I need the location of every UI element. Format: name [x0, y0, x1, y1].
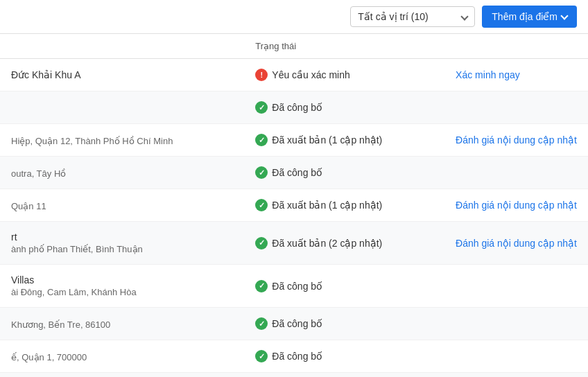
location-address: ài Đông, Cam Lâm, Khánh Hòa	[11, 287, 233, 297]
check-icon	[255, 101, 268, 114]
table-row: Quận 11Đã xuất bản (1 cập nhật)Đánh giá …	[0, 189, 588, 222]
status-text: Đã công bố	[272, 318, 322, 329]
action-cell	[444, 373, 588, 378]
add-location-label: Thêm địa điểm	[492, 11, 557, 22]
location-address: Quận 11	[11, 201, 233, 211]
status-text: Đã xuất bản (1 cập nhật)	[272, 200, 382, 211]
location-info-cell: Đức Khải Khu A	[0, 59, 244, 91]
table-row: ế, Quận 1, 700000Đã công bố	[0, 340, 588, 373]
chevron-down-icon	[461, 12, 469, 20]
location-info-cell: Villasài Đông, Cam Lâm, Khánh Hòa	[0, 265, 244, 308]
warning-icon	[255, 69, 268, 81]
table-header: Trạng thái	[0, 34, 588, 59]
location-info-cell	[0, 91, 244, 124]
dropdown-label: Tất cả vị trí (10)	[358, 11, 428, 22]
status-content: Đã xuất bản (2 cập nhật)	[255, 237, 433, 249]
action-cell	[444, 340, 588, 373]
action-link[interactable]: Đánh giá nội dung cập nhật	[456, 134, 577, 146]
table-row: rtành phố Phan Thiết, Bình ThuậnĐã xuất …	[0, 222, 588, 265]
table-row: Hiệp, Quận 12, Thành Phố Hồ Chí MinhĐã x…	[0, 124, 588, 157]
action-link[interactable]: Đánh giá nội dung cập nhật	[456, 238, 577, 249]
check-icon	[255, 134, 268, 146]
status-text: Đã công bố	[272, 351, 322, 362]
status-text: Đã công bố	[272, 167, 322, 178]
locations-table-container: Trạng thái Đức Khải Khu AYêu cầu xác min…	[0, 34, 588, 377]
status-cell: Đã công bố	[244, 308, 444, 340]
table-row: Villasài Đông, Cam Lâm, Khánh HòaĐã công…	[0, 265, 588, 308]
col-name-header	[0, 34, 244, 59]
status-content: Đã xuất bản (1 cập nhật)	[255, 199, 433, 211]
action-link[interactable]: Đánh giá nội dung cập nhật	[456, 200, 577, 211]
status-text: Đã công bố	[272, 281, 322, 292]
status-content: Đã xuất bản (1 cập nhật)	[255, 134, 433, 146]
status-content: Đã công bố	[255, 280, 433, 292]
status-text: Đã xuất bản (1 cập nhật)	[272, 134, 382, 146]
col-action-header	[444, 34, 588, 59]
action-cell	[444, 308, 588, 340]
status-content: Yêu cầu xác minh	[255, 69, 433, 81]
location-info-cell: Quận 11	[0, 189, 244, 222]
status-text: Đã công bố	[272, 102, 322, 113]
location-address: ế, Quận 1, 700000	[11, 352, 233, 362]
action-cell	[444, 157, 588, 189]
check-icon	[255, 317, 268, 330]
status-cell: Đã công bố	[244, 373, 444, 378]
action-cell	[444, 265, 588, 308]
locations-table: Trạng thái Đức Khải Khu AYêu cầu xác min…	[0, 34, 588, 377]
location-filter-dropdown[interactable]: Tất cả vị trí (10)	[350, 6, 475, 27]
status-cell: Yêu cầu xác minh	[244, 59, 444, 91]
check-icon	[255, 166, 268, 179]
location-address: Hiệp, Quận 12, Thành Phố Hồ Chí Minh	[11, 136, 233, 146]
location-info-cell: outra, Tây Hồ	[0, 157, 244, 189]
action-link[interactable]: Xác minh ngay	[456, 69, 520, 80]
location-info-cell: rtành phố Phan Thiết, Bình Thuận	[0, 222, 244, 265]
check-icon	[255, 199, 268, 211]
table-row: outra, Tây HồĐã công bố	[0, 157, 588, 189]
status-cell: Đã xuất bản (1 cập nhật)	[244, 124, 444, 157]
table-row: Khương, Bến Tre, 86100Đã công bố	[0, 308, 588, 340]
action-cell[interactable]: Đánh giá nội dung cập nhật	[444, 189, 588, 222]
check-icon	[255, 237, 268, 249]
location-info-cell: ế, Quận 1, 700000	[0, 340, 244, 373]
action-cell[interactable]: Đánh giá nội dung cập nhật	[444, 124, 588, 157]
status-cell: Đã công bố	[244, 157, 444, 189]
location-info-cell: Hiệp, Quận 12, Thành Phố Hồ Chí Minh	[0, 124, 244, 157]
status-text: Yêu cầu xác minh	[272, 69, 350, 80]
top-bar: Tất cả vị trí (10) Thêm địa điểm	[0, 0, 588, 34]
location-info-cell	[0, 373, 244, 378]
action-cell	[444, 91, 588, 124]
location-address: Khương, Bến Tre, 86100	[11, 319, 233, 330]
table-body: Đức Khải Khu AYêu cầu xác minhXác minh n…	[0, 59, 588, 378]
status-content: Đã công bố	[255, 350, 433, 362]
location-name: rt	[11, 231, 233, 243]
location-info-cell: Khương, Bến Tre, 86100	[0, 308, 244, 340]
check-icon	[255, 280, 268, 292]
table-row: Đã công bố	[0, 373, 588, 378]
table-row: Đức Khải Khu AYêu cầu xác minhXác minh n…	[0, 59, 588, 91]
status-cell: Đã xuất bản (1 cập nhật)	[244, 189, 444, 222]
location-name: Đức Khải Khu A	[11, 69, 233, 80]
table-row: Đã công bố	[0, 91, 588, 124]
status-cell: Đã công bố	[244, 91, 444, 124]
status-content: Đã công bố	[255, 101, 433, 114]
status-text: Đã xuất bản (2 cập nhật)	[272, 238, 382, 249]
location-address: ành phố Phan Thiết, Bình Thuận	[11, 244, 233, 254]
add-location-chevron-icon	[560, 12, 568, 19]
status-cell: Đã xuất bản (2 cập nhật)	[244, 222, 444, 265]
action-cell[interactable]: Đánh giá nội dung cập nhật	[444, 222, 588, 265]
col-status-header: Trạng thái	[244, 34, 444, 59]
location-name: Villas	[11, 274, 233, 286]
status-content: Đã công bố	[255, 317, 433, 330]
action-cell[interactable]: Xác minh ngay	[444, 59, 588, 91]
add-location-button[interactable]: Thêm địa điểm	[482, 6, 577, 28]
status-cell: Đã công bố	[244, 340, 444, 373]
status-content: Đã công bố	[255, 166, 433, 179]
check-icon	[255, 350, 268, 362]
status-cell: Đã công bố	[244, 265, 444, 308]
location-address: outra, Tây Hồ	[11, 168, 233, 179]
